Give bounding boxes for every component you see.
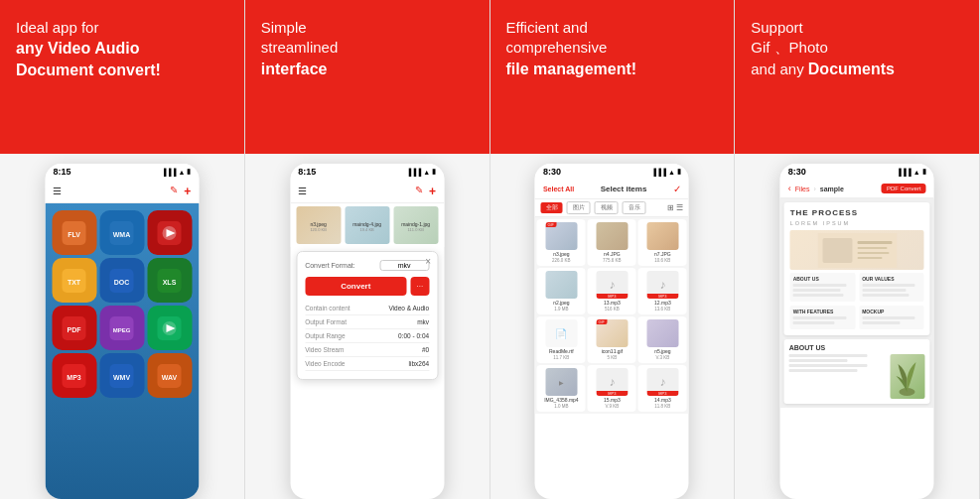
files-link[interactable]: Files: [795, 186, 810, 192]
app-icon-wav[interactable]: WAV: [147, 353, 192, 398]
doc-main-image: [790, 230, 924, 270]
file-thumb-n4: [596, 222, 628, 250]
doc-page-main: THE PROCESS LOREM IPSUM: [784, 202, 930, 335]
signal-icon-3: ▐▐▐: [651, 169, 666, 176]
select-all-button[interactable]: Select All: [543, 186, 574, 192]
file-name-mp4: IMG_4358.mp4: [544, 397, 578, 403]
file-size-13mp3: 516 KB: [605, 307, 620, 312]
file-item-9[interactable]: n5.jpeg V.3 KB: [638, 316, 687, 363]
file-item-11[interactable]: ♪ MP3 15.mp3 V.9 KB: [588, 365, 636, 412]
filter-photos[interactable]: 图片: [567, 201, 591, 214]
file-name-n7: n7.JPG: [654, 251, 671, 257]
app-icon-mov1[interactable]: [147, 210, 192, 255]
convert-dialog: × Convert Format: mkv Convert ··· Contai…: [296, 251, 438, 380]
file-item-8[interactable]: GIF icon11.gif 5 KB: [588, 316, 636, 363]
back-icon[interactable]: ‹: [788, 184, 791, 193]
file-name-12mp3: 12.mp3: [654, 300, 671, 306]
file-thumb-n7: [646, 222, 678, 250]
panel-1: Ideal app for any Video AudioDocument co…: [0, 0, 245, 499]
convert-button[interactable]: Convert: [305, 277, 406, 296]
file-size-n3: 226.0 KB: [552, 258, 571, 263]
file-size-n7: 10.6 KB: [654, 258, 670, 263]
panel-2-text: Simplestreamlined interface: [261, 18, 474, 79]
app-icon-txt[interactable]: TXT: [52, 258, 96, 303]
battery-icon: ▮: [187, 168, 191, 176]
battery-icon-2: ▮: [432, 168, 436, 176]
battery-icon-4: ▮: [922, 168, 926, 176]
menu-icon[interactable]: ☰: [53, 186, 62, 196]
svg-rect-29: [857, 247, 887, 249]
add-icon-2[interactable]: +: [429, 185, 436, 198]
video-stream-value: #0: [422, 346, 429, 353]
video-stream-label: Video Stream: [305, 346, 344, 353]
info-row-1: Contain content Video & Audio: [305, 302, 429, 315]
file-item-3[interactable]: n7.JPG 10.6 KB: [638, 219, 687, 266]
file-item-10[interactable]: ▶ IMG_4358.mp4 1.0 MB: [537, 365, 586, 412]
file-item-5[interactable]: ♪ MP3 13.mp3 516 KB: [588, 268, 636, 314]
grid-toggle[interactable]: ⊞ ☰: [667, 203, 683, 212]
filter-all[interactable]: 全部: [541, 202, 563, 213]
check-icon[interactable]: ✓: [673, 184, 681, 194]
file-list-header: n3.jpeg 120.0 KB maindg-4.jpg 19.4 KB ma…: [290, 203, 444, 247]
battery-icon-3: ▮: [677, 168, 681, 176]
file-size-15mp3: V.9 KB: [606, 404, 620, 409]
info-row-4: Video Stream #0: [305, 343, 429, 357]
file-thumb-3[interactable]: maindg-1.jpg 111.0 KB: [393, 206, 438, 244]
file-thumb-3-size: 111.0 KB: [407, 227, 423, 232]
file-name-icon11: icon11.gif: [602, 348, 623, 354]
contain-label: Contain content: [305, 305, 350, 312]
about-text: [789, 354, 887, 399]
file-name-n5: n5.jpeg: [654, 348, 670, 354]
app-icon-wmv[interactable]: WMV: [99, 353, 144, 398]
app-icon-flv[interactable]: FLV: [52, 210, 96, 255]
app-icon-wma[interactable]: WMA: [99, 210, 144, 255]
add-icon[interactable]: +: [184, 185, 191, 198]
panel-3-bold: file management!: [506, 61, 637, 77]
svg-text:TXT: TXT: [68, 279, 81, 286]
file-name-n3: n3.jpeg: [553, 251, 569, 257]
app-icon-mp3[interactable]: MP3: [52, 353, 96, 398]
file-item-2[interactable]: n4.JPG 775.6 KB: [588, 219, 636, 266]
pdf-convert-button[interactable]: PDF Convert: [882, 184, 926, 193]
app-icon-mov2[interactable]: [147, 306, 192, 350]
filter-video[interactable]: 视频: [595, 201, 619, 214]
file-item-6[interactable]: ♪ MP3 12.mp3 13.6 KB: [638, 268, 687, 314]
file-item-7[interactable]: 📄 ReadMe.rtf 11.7 KB: [537, 316, 586, 363]
app-icon-doc[interactable]: DOC: [99, 258, 144, 303]
output-format-value: mkv: [417, 318, 429, 325]
file-thumb-1[interactable]: n3.jpeg 120.0 KB: [296, 206, 341, 244]
svg-text:DOC: DOC: [114, 279, 130, 286]
edit-icon[interactable]: ✎: [170, 185, 178, 198]
video-encode-value: libx264: [409, 360, 430, 367]
file-name-15mp3: 15.mp3: [604, 397, 621, 403]
more-button[interactable]: ···: [410, 277, 429, 296]
file-item-1[interactable]: GIF n3.jpeg 226.0 KB: [537, 219, 586, 266]
contain-value: Video & Audio: [388, 305, 429, 312]
status-bar-3: 8:30 ▐▐▐ ▲ ▮: [535, 164, 689, 180]
wifi-icon-2: ▲: [423, 169, 430, 176]
svg-text:FLV: FLV: [69, 231, 81, 238]
filter-music[interactable]: 音乐: [623, 201, 646, 214]
edit-icon-2[interactable]: ✎: [415, 185, 423, 198]
app-icon-pdf[interactable]: PDF: [52, 306, 96, 350]
format-row: Convert Format: mkv: [305, 260, 429, 271]
menu-icon-2[interactable]: ☰: [298, 186, 307, 196]
app-grid-container: FLV WMA TXT DOC XL: [45, 203, 199, 499]
file-thumb-2[interactable]: maindg-4.jpg 19.4 KB: [345, 206, 389, 244]
file-name-n2: n2.jpeg: [553, 300, 569, 306]
status-icons-1: ▐▐▐ ▲ ▮: [162, 168, 192, 176]
file-thumb-2-size: 19.4 KB: [360, 227, 374, 232]
signal-icon-4: ▐▐▐: [897, 169, 911, 176]
phone-1-toolbar: ☰ ✎ +: [45, 180, 199, 203]
dialog-close-btn[interactable]: ×: [425, 256, 431, 267]
file-name-readme: ReadMe.rtf: [549, 348, 574, 354]
format-value: mkv: [379, 260, 429, 271]
file-item-4[interactable]: n2.jpeg 1.9 MB: [537, 268, 586, 314]
svg-text:PDF: PDF: [68, 326, 82, 333]
gif-badge-2: GIF: [596, 319, 607, 324]
app-icon-mpeg[interactable]: MPEG: [99, 306, 144, 350]
app-icon-xls[interactable]: XLS: [147, 258, 192, 303]
file-item-12[interactable]: ♪ MP3 14.mp3 11.8 KB: [638, 365, 687, 412]
file-thumb-icon11: GIF: [596, 319, 628, 347]
phone-3-mock: 8:30 ▐▐▐ ▲ ▮ Select All Select items ✓ 全…: [535, 164, 689, 499]
